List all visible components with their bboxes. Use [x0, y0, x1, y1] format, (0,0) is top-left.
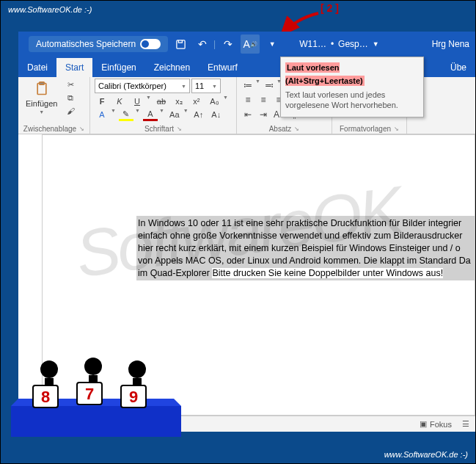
watermark-bottom: www.SoftwareOK.de :-) — [384, 450, 468, 459]
watermark-top: www.SoftwareOK.de :-) — [8, 5, 92, 14]
save-icon[interactable] — [171, 35, 190, 54]
tooltip-body: Text laut vorlesen und jedes vorgelesene… — [285, 90, 419, 111]
qat-separator: | — [213, 39, 216, 49]
group-styles-label: Formatvorlagen — [340, 125, 391, 133]
highlight-button[interactable]: ✎ — [119, 108, 133, 121]
clipboard-launcher-icon[interactable]: ↘ — [79, 126, 84, 132]
align-left-button[interactable]: ≡ — [241, 93, 255, 106]
para-launcher-icon[interactable]: ↘ — [294, 126, 299, 132]
qat-customize-icon[interactable]: ▼ — [263, 35, 282, 54]
tab-einfuegen[interactable]: Einfügen — [92, 58, 144, 77]
doc-line-1: In Windows 10 oder 11 ist eine sehr prak… — [138, 218, 461, 228]
chevron-down-icon: ▼ — [212, 84, 217, 89]
doc-line-3: hier recht kurz erklärt, mit einem kurze… — [138, 243, 461, 253]
view-print-icon[interactable]: ☰ — [462, 419, 469, 429]
align-center-button[interactable]: ≡ — [257, 93, 270, 106]
superscript-button[interactable]: x² — [189, 95, 204, 108]
paste-button[interactable]: Einfügen ▼ — [23, 79, 60, 125]
redo-icon[interactable]: ↷ — [219, 35, 238, 54]
paste-dropdown-icon[interactable]: ▼ — [39, 109, 44, 115]
judge-score-1: 8 — [41, 388, 50, 406]
chevron-down-icon[interactable]: ▼ — [135, 108, 140, 121]
toggle-switch[interactable] — [140, 39, 161, 49]
chevron-down-icon: ▼ — [181, 84, 186, 89]
doc-saved: Gesp… — [338, 39, 368, 49]
font-name-combo[interactable]: Calibri (Textkörper)▼ — [95, 79, 190, 93]
tab-zeichnen[interactable]: Zeichnen — [145, 58, 199, 77]
callout-2: [ 2 ] — [321, 2, 339, 14]
doc-line-5b: Bitte drucken Sie keine Doppelbilder unt… — [212, 268, 443, 278]
judge-score-2: 7 — [85, 385, 94, 403]
group-clipboard-label: Zwischenablage — [23, 125, 76, 133]
shrink-font-button[interactable]: A↓ — [209, 108, 224, 121]
focus-icon: ▣ — [420, 419, 427, 429]
grow-font-button[interactable]: A↑ — [191, 108, 206, 121]
read-aloud-tooltip: Laut vorlesen (Alt+Strg+Leertaste) Text … — [280, 57, 424, 117]
tooltip-title: Laut vorlesen (Alt+Strg+Leertaste) — [285, 62, 365, 86]
numbering-button[interactable]: ≕ — [263, 79, 276, 92]
focus-label: Fokus — [430, 420, 452, 429]
subscript-button[interactable]: x₂ — [172, 95, 186, 108]
chevron-down-icon: ▼ — [373, 40, 379, 48]
svg-point-5 — [40, 360, 58, 378]
document-title[interactable]: W11… • Gesp… ▼ — [299, 39, 379, 49]
copy-icon[interactable]: ⧉ — [63, 92, 78, 104]
case-button[interactable]: Aa — [167, 108, 182, 121]
paste-label: Einfügen — [26, 99, 57, 108]
chevron-down-icon[interactable]: ▼ — [111, 108, 116, 121]
dec-indent-button[interactable]: ⇤ — [241, 108, 255, 121]
group-para-label: Absatz — [269, 125, 292, 133]
tab-start[interactable]: Start — [56, 58, 92, 77]
bullets-button[interactable]: ≔ — [241, 79, 255, 92]
chevron-down-icon[interactable]: ▼ — [223, 95, 228, 108]
italic-button[interactable]: K — [112, 95, 127, 108]
font-color-button[interactable]: A — [143, 108, 158, 121]
inc-indent-button[interactable]: ⇥ — [257, 108, 270, 121]
svg-rect-2 — [39, 82, 44, 84]
svg-rect-3 — [11, 406, 181, 437]
font-size-combo[interactable]: 11▼ — [191, 79, 221, 93]
autosave-toggle[interactable]: Automatisches Speichern — [29, 36, 168, 52]
selected-text[interactable]: In Windows 10 oder 11 ist eine sehr prak… — [136, 216, 475, 280]
doc-line-5a: im Quad-Explorer — [138, 268, 212, 278]
chevron-down-icon[interactable]: ▼ — [159, 108, 164, 121]
svg-point-11 — [128, 360, 146, 378]
font-name-value: Calibri (Textkörper) — [98, 81, 166, 90]
group-font-label: Schriftart — [144, 125, 174, 133]
chevron-down-icon[interactable]: ▼ — [255, 79, 260, 92]
group-font: Calibri (Textkörper)▼ 11▼ F K U▼ ab x₂ x… — [90, 77, 237, 134]
undo-icon[interactable]: ↶ — [193, 35, 212, 54]
doc-name: W11… — [299, 39, 326, 49]
svg-point-8 — [84, 358, 102, 375]
focus-mode-button[interactable]: ▣ Fokus — [420, 419, 452, 429]
doc-line-2: einfach ohne große Vorkenntnisse verwend… — [138, 231, 462, 241]
read-aloud-icon[interactable]: A🔊 — [241, 35, 260, 54]
svg-rect-0 — [176, 40, 184, 48]
underline-button[interactable]: U — [130, 95, 144, 108]
group-clipboard: Einfügen ▼ ✂ ⧉ 🖌 Zwischenablage↘ — [18, 77, 90, 134]
bold-button[interactable]: F — [95, 95, 109, 108]
judge-score-3: 9 — [129, 388, 138, 406]
judges-cartoon: 8 7 9 — [11, 347, 187, 443]
title-bar: Automatisches Speichern ↶ | ↷ A🔊 ▼ W11… … — [18, 32, 475, 57]
text-effects-icon[interactable]: A — [95, 108, 109, 121]
format-painter-icon[interactable]: 🖌 — [63, 105, 78, 117]
tab-entwurf[interactable]: Entwurf — [199, 58, 246, 77]
tab-uebe[interactable]: Übe — [442, 58, 475, 77]
chevron-down-icon[interactable]: ▼ — [146, 95, 151, 108]
dot-icon: • — [331, 39, 334, 49]
strike-button[interactable]: ab — [154, 95, 169, 108]
text-effects-button[interactable]: A₀ — [207, 95, 221, 108]
cut-icon[interactable]: ✂ — [63, 79, 78, 90]
user-name[interactable]: Hrg Nena — [432, 39, 469, 49]
font-launcher-icon[interactable]: ↘ — [177, 126, 182, 132]
tab-datei[interactable]: Datei — [18, 58, 56, 77]
autosave-label: Automatisches Speichern — [36, 39, 136, 49]
styles-launcher-icon[interactable]: ↘ — [394, 126, 399, 132]
font-size-value: 11 — [195, 81, 204, 90]
paste-icon — [34, 80, 50, 98]
chevron-down-icon[interactable]: ▼ — [183, 108, 188, 121]
doc-line-4: von Appels MAC OS, oder Linux und Androi… — [138, 255, 471, 266]
